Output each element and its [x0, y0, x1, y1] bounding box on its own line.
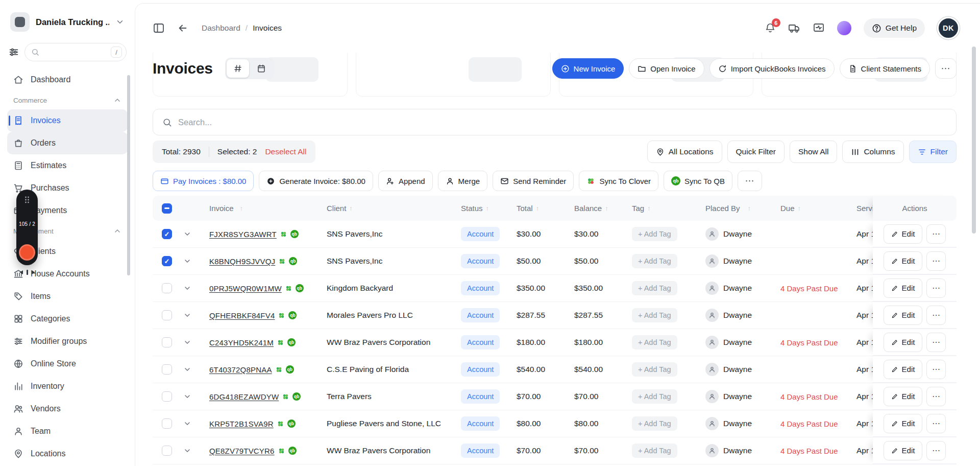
row-checkbox[interactable]: [162, 391, 172, 402]
next-icon[interactable]: [31, 270, 36, 275]
row-checkbox[interactable]: [162, 283, 172, 293]
open-invoice-button[interactable]: Open Invoice: [629, 58, 704, 79]
edit-invoice-button[interactable]: Edit: [884, 333, 923, 352]
append-button[interactable]: Append: [378, 171, 433, 191]
edit-invoice-button[interactable]: Edit: [884, 441, 923, 460]
sidebar-item-estimates[interactable]: Estimates: [7, 154, 128, 177]
filter-button[interactable]: Filter: [909, 141, 957, 163]
sort-asc-icon[interactable]: ↑: [605, 204, 608, 212]
sort-asc-icon[interactable]: ↑: [798, 204, 801, 212]
add-tag-button[interactable]: + Add Tag: [632, 362, 677, 377]
edit-invoice-button[interactable]: Edit: [884, 306, 923, 325]
add-tag-button[interactable]: + Add Tag: [632, 335, 677, 350]
edit-invoice-button[interactable]: Edit: [884, 251, 923, 271]
record-stop-button[interactable]: [19, 244, 35, 261]
row-more-button[interactable]: ⋯: [926, 414, 946, 433]
sort-asc-icon[interactable]: ↑: [536, 204, 540, 212]
sidebar-item-dashboard[interactable]: Dashboard: [7, 68, 128, 91]
expand-row-icon[interactable]: [183, 338, 191, 346]
sort-asc-icon[interactable]: ↑: [647, 204, 651, 212]
invoice-search-input[interactable]: [178, 118, 947, 127]
calendar-view-button[interactable]: [250, 59, 273, 78]
invoice-id-link[interactable]: 0PRJ5WQR0W1MW: [209, 284, 282, 293]
add-tag-button[interactable]: + Add Tag: [632, 281, 677, 295]
sidebar-settings-button[interactable]: [8, 46, 19, 58]
column-header-balance[interactable]: Balance: [574, 204, 602, 213]
notifications-button[interactable]: 6: [765, 22, 776, 34]
row-more-button[interactable]: ⋯: [926, 251, 946, 271]
deselect-all-link[interactable]: Deselect All: [265, 147, 306, 156]
bulk-more-button[interactable]: ⋯: [738, 171, 762, 191]
sidebar-search-input[interactable]: /: [24, 43, 127, 61]
row-checkbox[interactable]: [162, 364, 172, 375]
show-all-button[interactable]: Show All: [790, 141, 837, 163]
sort-asc-icon[interactable]: ↑: [748, 204, 751, 212]
sort-asc-icon[interactable]: ↑: [240, 204, 243, 212]
previous-icon[interactable]: [19, 270, 23, 275]
invoice-id-link[interactable]: KRP5T2B1SVA9R: [209, 420, 274, 428]
row-more-button[interactable]: ⋯: [926, 441, 946, 460]
back-button[interactable]: [177, 22, 188, 34]
quick-filter-button[interactable]: Quick Filter: [727, 141, 785, 163]
edit-invoice-button[interactable]: Edit: [884, 360, 923, 379]
sidebar-item-items[interactable]: Items: [7, 285, 128, 308]
expand-row-icon[interactable]: [183, 311, 191, 319]
column-header-tag[interactable]: Tag: [632, 204, 644, 213]
row-checkbox[interactable]: [162, 446, 172, 456]
column-header-due[interactable]: Due: [780, 204, 795, 213]
column-header-status[interactable]: Status: [461, 204, 483, 213]
add-tag-button[interactable]: + Add Tag: [632, 308, 677, 322]
row-more-button[interactable]: ⋯: [926, 278, 946, 298]
sidebar-item-locations[interactable]: Locations: [7, 442, 128, 465]
invoice-id-link[interactable]: 6DG418EZAWDYW: [209, 392, 279, 401]
expand-row-icon[interactable]: [183, 230, 191, 238]
columns-button[interactable]: Columns: [842, 141, 903, 163]
row-checkbox[interactable]: [162, 229, 172, 239]
row-more-button[interactable]: ⋯: [926, 333, 946, 352]
send-reminder-button[interactable]: Send Reminder: [493, 171, 574, 191]
row-more-button[interactable]: ⋯: [926, 306, 946, 325]
expand-row-icon[interactable]: [183, 284, 191, 292]
invoice-id-link[interactable]: FJXR8SYG3AWRT: [209, 230, 277, 239]
sidebar-section-commerce[interactable]: Commerce: [7, 91, 128, 109]
all-locations-button[interactable]: All Locations: [647, 141, 722, 163]
invoice-id-link[interactable]: QE8ZV79TVCYR6: [209, 447, 275, 455]
row-checkbox[interactable]: [162, 418, 172, 429]
invoice-id-link[interactable]: K8BNQH9SJVVQJ: [209, 257, 275, 266]
expand-row-icon[interactable]: [183, 447, 191, 455]
collapse-sidebar-button[interactable]: [153, 22, 165, 34]
sidebar-item-categories[interactable]: Categories: [7, 308, 128, 330]
edit-invoice-button[interactable]: Edit: [884, 278, 923, 298]
sync-to-qb-button[interactable]: qb Sync To QB: [664, 171, 732, 191]
org-switcher[interactable]: Daniela Trucking ...: [0, 0, 135, 32]
expand-row-icon[interactable]: [183, 420, 191, 428]
pay-invoices-button[interactable]: Pay Invoices : $80.00: [153, 171, 254, 191]
sidebar-item-orders[interactable]: Orders: [7, 132, 128, 154]
sidebar-item-vendors[interactable]: Vendors: [7, 398, 128, 420]
breadcrumb-dashboard[interactable]: Dashboard: [202, 24, 240, 33]
activity-button[interactable]: [813, 22, 825, 34]
sidebar-item-invoices[interactable]: Invoices: [7, 109, 128, 132]
sidebar-item-online-store[interactable]: Online Store: [7, 353, 128, 375]
invoice-id-link[interactable]: C243YHD5K241M: [209, 338, 274, 347]
edit-invoice-button[interactable]: Edit: [884, 224, 923, 244]
add-tag-button[interactable]: + Add Tag: [632, 254, 677, 268]
row-checkbox[interactable]: [162, 256, 172, 266]
new-invoice-button[interactable]: New Invoice: [552, 58, 624, 79]
sort-asc-icon[interactable]: ↑: [349, 204, 353, 212]
sync-to-clover-button[interactable]: Sync To Clover: [579, 171, 658, 191]
invoice-id-link[interactable]: QFHERBKF84FV4: [209, 311, 275, 320]
column-header-invoice[interactable]: Invoice: [209, 204, 234, 213]
add-tag-button[interactable]: + Add Tag: [632, 227, 677, 241]
user-avatar[interactable]: DK: [937, 17, 960, 39]
sidebar-item-inventory[interactable]: Inventory: [7, 375, 128, 398]
merge-button[interactable]: Merge: [438, 171, 488, 191]
expand-row-icon[interactable]: [183, 257, 191, 265]
add-tag-button[interactable]: + Add Tag: [632, 444, 677, 458]
row-more-button[interactable]: ⋯: [926, 360, 946, 379]
row-more-button[interactable]: ⋯: [926, 387, 946, 406]
deliveries-button[interactable]: [788, 22, 800, 34]
column-header-client[interactable]: Client: [327, 204, 346, 213]
add-tag-button[interactable]: + Add Tag: [632, 416, 677, 431]
more-actions-button[interactable]: ⋯: [935, 58, 957, 79]
